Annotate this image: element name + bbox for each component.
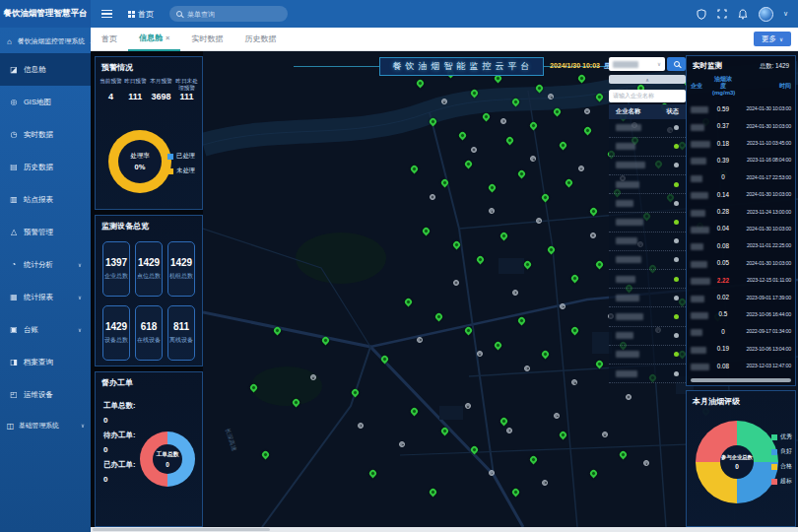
map-marker-gray[interactable]	[453, 280, 459, 286]
map-marker-gray[interactable]	[590, 233, 596, 238]
company-name-input[interactable]	[609, 90, 686, 102]
status-dot-online	[674, 182, 679, 187]
company-row[interactable]	[609, 175, 686, 194]
menu-search-input[interactable]	[187, 11, 276, 18]
status-dot-online	[674, 277, 679, 282]
concentration-value: 0.39	[712, 157, 734, 164]
company-row[interactable]	[609, 365, 686, 383]
sidebar-nav: ⌂ 餐饮油烟监控管理系统 ∧ ◪ 信息舱 ◎ GIS地图 ◷ 实时数据 ▤ 历史…	[0, 28, 91, 532]
realtime-row[interactable]: 0.37 2024-01-30 10:03:00	[687, 117, 795, 134]
sidebar-section-base-system[interactable]: ◫ 基础管理系统 ∨	[0, 411, 91, 440]
realtime-row[interactable]: 0 2022-09-17 01:34:00	[687, 323, 795, 340]
theme-skin-icon[interactable]	[697, 9, 707, 20]
company-row[interactable]	[609, 270, 686, 289]
realtime-rows: 0.59 2024-01-30 10:03:00 0.37 2024-01-30…	[687, 100, 795, 374]
region-select[interactable]: ∨	[609, 57, 665, 71]
home-breadcrumb[interactable]: 首页	[128, 9, 154, 20]
chevron-down-icon: ∨	[78, 262, 82, 268]
realtime-row[interactable]: 0.5 2023-10-06 16:44:00	[687, 305, 795, 322]
workorder-stat: 工单总数: 0	[103, 401, 194, 425]
map-marker-gray[interactable]	[578, 166, 584, 171]
realtime-row[interactable]: 0.59 2024-01-30 10:03:00	[687, 100, 795, 117]
notification-bell-icon[interactable]	[738, 9, 749, 20]
company-row[interactable]	[609, 233, 686, 251]
company-row[interactable]	[609, 289, 686, 307]
sidebar-item-stat-report[interactable]: ▦ 统计报表 ∨	[0, 281, 91, 313]
company-row[interactable]	[609, 346, 686, 365]
fullscreen-icon[interactable]	[717, 9, 728, 20]
company-row[interactable]	[609, 157, 686, 175]
map-marker-gray[interactable]	[430, 194, 435, 200]
realtime-row[interactable]: 2.22 2023-12-15 01:11:00	[687, 271, 795, 288]
map-marker-gray[interactable]	[471, 147, 477, 153]
sidebar-item-stat-analysis[interactable]: ◔ 统计分析 ∨	[0, 248, 91, 281]
collapse-bar[interactable]: ∧	[609, 75, 686, 84]
more-button[interactable]: 更多 ∨	[754, 32, 791, 46]
horizontal-scrollbar[interactable]	[691, 378, 791, 382]
device-stat-card: 1429 机组总数	[167, 241, 195, 297]
company-row[interactable]	[609, 251, 686, 270]
company-name-header: 企业名称	[616, 107, 640, 116]
status-dot-online	[674, 314, 679, 319]
realtime-row[interactable]: 0.08 2023-11-01 22:25:00	[687, 237, 795, 254]
sidebar-item-gis-map[interactable]: ◎ GIS地图	[0, 86, 91, 118]
company-search-button[interactable]	[667, 57, 686, 71]
map-marker-gray[interactable]	[441, 99, 447, 104]
realtime-row[interactable]: 0.19 2023-10-06 13:04:00	[687, 340, 795, 357]
realtime-row[interactable]: 0.14 2024-01-30 10:03:00	[687, 186, 795, 203]
map-marker-gray[interactable]	[500, 118, 506, 124]
realtime-row[interactable]: 0.28 2023-11-24 13:00:00	[687, 203, 795, 220]
stat-label: 当前预警	[99, 78, 123, 91]
stat-label: 工单总数:	[103, 401, 194, 411]
sidebar-item-ledger[interactable]: ▣ 台账 ∨	[0, 313, 91, 346]
realtime-row[interactable]: 0.02 2023-09-01 17:39:00	[687, 289, 795, 305]
tab-home[interactable]: 首页	[91, 28, 128, 51]
realtime-row[interactable]: 0.04 2024-01-30 10:03:00	[687, 220, 795, 236]
map-marker-gray[interactable]	[584, 108, 590, 114]
realtime-row[interactable]: 0.08 2023-12-03 12:47:00	[687, 357, 795, 373]
sidebar-item-history-data[interactable]: ▤ 历史数据	[0, 151, 91, 183]
map-marker-gray[interactable]	[489, 470, 495, 476]
company-row[interactable]	[609, 119, 686, 138]
company-row[interactable]	[609, 138, 686, 157]
menu-search-box[interactable]	[169, 6, 288, 22]
map-marker-gray[interactable]	[542, 480, 548, 486]
history-icon: ▤	[9, 163, 19, 171]
sidebar-item-realtime-data[interactable]: ◷ 实时数据	[0, 118, 91, 151]
map-marker-gray[interactable]	[524, 366, 530, 371]
map-marker-gray[interactable]	[626, 394, 632, 400]
map-marker-gray[interactable]	[506, 428, 512, 433]
company-row[interactable]	[609, 307, 686, 326]
tab-history-data[interactable]: 历史数据	[233, 28, 287, 51]
sidebar-item-device-ops[interactable]: ◰ 运维设备	[0, 378, 91, 411]
card-label: 机组总数	[169, 272, 193, 281]
realtime-row[interactable]: 0.05 2024-01-30 10:03:00	[687, 254, 795, 271]
tab-info-cabin[interactable]: 信息舱 ×	[128, 28, 180, 51]
user-menu-chevron-icon[interactable]: ∨	[783, 10, 788, 18]
scrollbar-thumb[interactable]	[93, 528, 270, 531]
sidebar-item-label: 站点报表	[24, 195, 53, 205]
company-row[interactable]	[609, 194, 686, 213]
sidebar-item-site-report[interactable]: ▥ 站点报表	[0, 183, 91, 216]
realtime-row[interactable]: 0 2024-01-17 22:53:00	[687, 168, 795, 185]
tab-realtime-data[interactable]: 实时数据	[180, 28, 233, 51]
realtime-row[interactable]: 0.39 2023-11-16 08:04:00	[687, 152, 795, 168]
map-marker-gray[interactable]	[358, 423, 364, 429]
sidebar-item-warning-mgmt[interactable]: △ 预警管理	[0, 216, 91, 248]
sidebar-item-info-cabin[interactable]: ◪ 信息舱	[0, 53, 91, 86]
company-name-blurred	[691, 141, 710, 148]
sidebar-collapse-icon[interactable]	[101, 10, 112, 19]
sidebar-item-archive-query[interactable]: ◨ 档案查询	[0, 346, 91, 378]
company-row[interactable]	[609, 213, 686, 232]
realtime-row[interactable]: 0.18 2023-11-10 03:45:00	[687, 134, 795, 151]
sidebar-section-monitoring-system[interactable]: ⌂ 餐饮油烟监控管理系统 ∧	[0, 28, 91, 53]
close-icon[interactable]: ×	[166, 33, 169, 42]
tab-label: 历史数据	[244, 33, 276, 44]
concentration-value: 0.02	[712, 294, 734, 300]
page-horizontal-scrollbar[interactable]	[91, 527, 798, 532]
map-marker-gray[interactable]	[512, 290, 518, 296]
realtime-monitor-panel: 实时监测 总数: 1429 企业 油烟浓度 (mg/m3) 时间 0.59 20…	[686, 55, 796, 386]
chevron-down-icon: ∨	[78, 327, 82, 333]
company-row[interactable]	[609, 327, 686, 346]
user-avatar[interactable]	[759, 7, 773, 22]
